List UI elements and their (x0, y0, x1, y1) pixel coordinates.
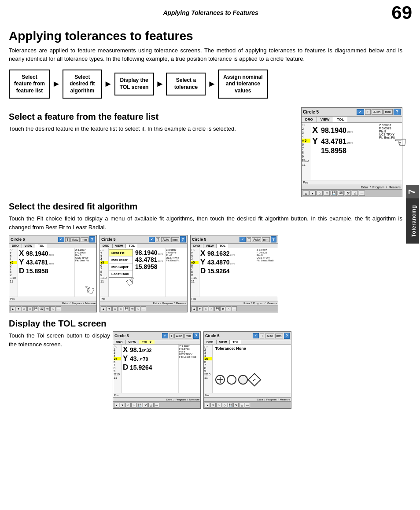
s2a-tb4[interactable]: ◇ (27, 306, 33, 311)
s2b-tb2[interactable]: ▼ (107, 306, 112, 311)
screen-1-tab-tol[interactable]: TOL (333, 117, 347, 122)
s2b-extra[interactable]: Extra (153, 302, 159, 305)
diamond-btn[interactable]: ◇ (324, 191, 330, 196)
up-arrow-btn[interactable]: ▲ (303, 191, 309, 196)
s2c-tab-tol[interactable]: TOL (217, 244, 228, 248)
s2b-tab-tol[interactable]: TOL (126, 244, 137, 248)
s2b-i5[interactable]: ●5 (100, 261, 108, 264)
s2a-program[interactable]: Program (72, 302, 82, 305)
s3e-tab-dro[interactable]: DRO (204, 340, 217, 344)
s3e-tb5[interactable]: 💾 (228, 403, 233, 407)
s2c-tb5[interactable]: 💾 (214, 306, 220, 311)
fit-menu-min-super[interactable]: Min Super (109, 264, 133, 271)
s2a-tb1[interactable]: ▲ (10, 306, 15, 311)
screen-1-tab-view[interactable]: VIEW (317, 117, 333, 122)
s3e-tab-tol[interactable]: TOL (230, 340, 241, 344)
s2c-tb1[interactable]: ▲ (192, 306, 197, 311)
s2b-tab-view[interactable]: VIEW (113, 244, 126, 248)
s3e-extra[interactable]: Extra (257, 398, 263, 401)
s2c-tab-view[interactable]: VIEW (203, 244, 217, 248)
s2a-tb7[interactable]: ⚒ (44, 306, 50, 311)
triangle-btn[interactable]: △ (352, 191, 358, 196)
tol-icon-crosshair[interactable] (215, 375, 225, 385)
s3e-tb6[interactable]: ⚒ (233, 403, 239, 407)
s2b-program[interactable]: Program (162, 302, 173, 305)
s2b-tb3[interactable]: ⌂ (112, 306, 118, 311)
s3d-extra[interactable]: Extra (166, 398, 172, 401)
s2c-tab-dro[interactable]: DRO (191, 244, 203, 248)
s3e-tab-view[interactable]: VIEW (217, 340, 230, 344)
s2a-tab-tol[interactable]: TOL (35, 244, 47, 248)
s2b-tb6[interactable]: ⚒ (129, 306, 135, 311)
s2c-extra[interactable]: Extra (243, 302, 250, 305)
s3d-measure[interactable]: Measure (189, 398, 199, 401)
program-link[interactable]: Program (372, 186, 384, 189)
s2c-program[interactable]: Program (253, 302, 263, 305)
s3d-tb2[interactable]: ▼ (120, 403, 125, 407)
s3e-i5[interactable]: ●5 (204, 357, 212, 360)
s3d-tb1[interactable]: ▲ (114, 403, 119, 407)
sidebar-item-5-highlighted[interactable]: ● 5 (302, 139, 310, 143)
fit-menu-least-radi[interactable]: Least Radi (109, 271, 133, 277)
extra-link[interactable]: Extra (361, 186, 368, 189)
s3d-i5[interactable]: ●5 (114, 357, 121, 360)
s3e-tb3[interactable]: ⌂ (216, 403, 221, 407)
s2c-tb3[interactable]: ⌂ (203, 306, 208, 311)
save-btn[interactable]: 💾 (331, 191, 337, 196)
s2a-tb9[interactable]: — (56, 306, 61, 311)
s3e-measure[interactable]: Measure (280, 398, 290, 401)
s2a-measure[interactable]: Measure (85, 302, 96, 305)
s3e-tb7[interactable]: △ (239, 403, 244, 407)
s3e-tb2[interactable]: ▼ (210, 403, 216, 407)
s3d-tb5[interactable]: 💾 (137, 403, 142, 407)
s2a-item5[interactable]: ●5 (10, 261, 17, 264)
fit-menu-max-inscr[interactable]: Max Inscr (109, 257, 133, 264)
s3d-tab-dro[interactable]: DRO (113, 340, 126, 344)
s2c-tb6[interactable]: ⚒ (220, 306, 225, 311)
s2b-tb8[interactable]: — (141, 306, 146, 311)
wrench-btn[interactable]: ⚒ (345, 191, 351, 196)
s3d-tab-view[interactable]: VIEW (126, 340, 140, 344)
tol-icon-circle[interactable] (227, 375, 236, 385)
s2a-tb5[interactable]: 💾 (33, 306, 38, 311)
down-arrow-btn[interactable]: ▼ (309, 191, 316, 196)
s3e-tb4[interactable]: ◇ (222, 403, 227, 407)
s2b-tb4[interactable]: ◇ (118, 306, 123, 311)
fit-menu-best-fit[interactable]: Best Fit (109, 249, 133, 257)
s2c-tb7[interactable]: △ (226, 306, 231, 311)
s2a-tab-view[interactable]: VIEW (22, 244, 36, 248)
s3d-tb8[interactable]: — (154, 403, 159, 407)
screen-1-tab-dro[interactable]: DRO (302, 117, 317, 122)
s3d-tb7[interactable]: △ (148, 403, 154, 407)
s2b-tb1[interactable]: ▲ (101, 306, 106, 311)
s3d-tb6[interactable]: ⚒ (143, 403, 148, 407)
s2a-tb8[interactable]: △ (50, 306, 55, 311)
s3e-tb1[interactable]: ▲ (205, 403, 210, 407)
s2c-measure[interactable]: Measure (267, 302, 277, 305)
s3d-tb3[interactable]: ⌂ (125, 403, 131, 407)
s3d-tb4[interactable]: ◇ (131, 403, 136, 407)
s2c-tb8[interactable]: — (232, 306, 237, 311)
s3d-tab-tol[interactable]: TOL ▼ (139, 340, 155, 344)
home-btn[interactable]: ⌂ (317, 191, 323, 196)
s3d-program[interactable]: Program (176, 398, 186, 401)
s2a-tb2[interactable]: ▼ (16, 306, 21, 311)
s2b-tab-dro[interactable]: DRO (100, 244, 113, 248)
tol-icon-diamond[interactable]: / (247, 373, 261, 387)
s3e-tb8[interactable]: — (245, 403, 250, 407)
tol-icon-circle2[interactable] (238, 375, 248, 385)
s3e-program[interactable]: Program (266, 398, 276, 401)
measure-link[interactable]: Measure (389, 186, 401, 189)
s2b-measure[interactable]: Measure (176, 302, 186, 305)
s2a-tab-dro[interactable]: DRO (9, 244, 22, 248)
s2c-tb2[interactable]: ▼ (197, 306, 203, 311)
s2a-tb3[interactable]: ⌂ (22, 306, 27, 311)
s2c-tb4[interactable]: ◇ (209, 306, 214, 311)
trash-btn[interactable]: ⌫ (338, 191, 344, 196)
s2b-tb5[interactable]: 💾 (124, 306, 129, 311)
s2b-tb7[interactable]: △ (135, 306, 140, 311)
s2a-tb6[interactable]: ⌫ (39, 306, 44, 311)
dash-btn[interactable]: — (359, 191, 365, 196)
s2a-extra[interactable]: Extra (62, 302, 68, 305)
s2c-i5[interactable]: ●5 (191, 261, 199, 264)
